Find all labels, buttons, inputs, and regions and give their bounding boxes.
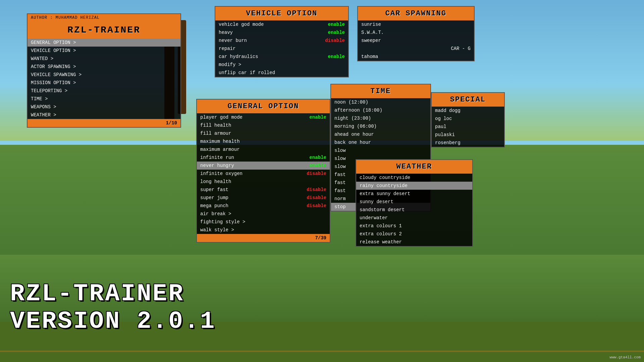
time-night[interactable]: night (23:00) <box>331 114 430 122</box>
general-god-mode[interactable]: player god mode enable <box>197 113 330 121</box>
general-fill-health[interactable]: fill health <box>197 121 330 129</box>
vehicle-repair[interactable]: repair <box>215 45 348 53</box>
weather-sunny[interactable]: sunny desert <box>356 198 472 206</box>
time-morning[interactable]: morning (06:00) <box>331 122 430 130</box>
car-g[interactable]: CAR - G <box>358 45 474 53</box>
general-infinite-run[interactable]: infinite run enable <box>197 154 330 162</box>
time-noon[interactable]: noon (12:00) <box>331 98 430 106</box>
main-menu-item-weather[interactable]: WEATHER > <box>28 111 180 119</box>
special-rosenberg[interactable]: rosenberg <box>432 139 504 147</box>
weather-extra-sunny[interactable]: extra sunny desert <box>356 190 472 198</box>
general-air-break[interactable]: air break > <box>197 210 330 218</box>
general-option-menu: GENERAL OPTION player god mode enable fi… <box>196 99 330 243</box>
car-spawn-title: CAR SPAWNING <box>358 7 474 20</box>
general-fighting-style[interactable]: fighting style > <box>197 218 330 226</box>
special-og-loc[interactable]: og loc <box>432 115 504 123</box>
menus-layer: AUTHOR : MUHAMMAD HERIZAL RZL-TRAINER GE… <box>0 0 644 362</box>
author-bar: AUTHOR : MUHAMMAD HERIZAL <box>28 14 180 21</box>
main-menu-item-vehicle[interactable]: VEHICLE OPTION > <box>28 47 180 55</box>
time-back[interactable]: back one hour <box>331 138 430 146</box>
general-long-health[interactable]: long health <box>197 178 330 186</box>
weather-extra-colours-2[interactable]: extra colours 2 <box>356 230 472 238</box>
weather-rainy[interactable]: rainy countryside <box>356 182 472 190</box>
vehicle-menu-title: VEHICLE OPTION <box>215 7 348 20</box>
vehicle-modify[interactable]: modify > <box>215 61 348 69</box>
vehicle-option-menu: VEHICLE OPTION vehicle god mode enable h… <box>215 6 349 77</box>
car-sunrise[interactable]: sunrise <box>358 20 474 28</box>
special-madd-dogg[interactable]: madd dogg <box>432 107 504 115</box>
car-spawn-menu: CAR SPAWNING sunrise S.W.A.T. sweeper CA… <box>357 6 475 61</box>
weather-extra-colours-1[interactable]: extra colours 1 <box>356 222 472 230</box>
main-menu-item-general[interactable]: GENERAL OPTION > <box>28 39 180 47</box>
main-menu: AUTHOR : MUHAMMAD HERIZAL RZL-TRAINER GE… <box>27 13 181 128</box>
special-menu-title: SPECIAL <box>432 93 504 107</box>
vehicle-unflip[interactable]: unflip car if rolled <box>215 69 348 77</box>
general-fill-armour[interactable]: fill armour <box>197 129 330 137</box>
general-menu-title: GENERAL OPTION <box>197 100 330 113</box>
general-infinite-oxygen[interactable]: infinite oxygen disable <box>197 170 330 178</box>
special-paul[interactable]: paul <box>432 123 504 131</box>
weather-release[interactable]: release weather <box>356 238 472 246</box>
time-ahead[interactable]: ahead one hour <box>331 130 430 138</box>
weather-underwater[interactable]: underwater <box>356 214 472 222</box>
car-tahoma[interactable]: tahoma <box>358 53 474 61</box>
vehicle-hydraulics[interactable]: car hydraulics enable <box>215 53 348 61</box>
general-max-armour[interactable]: maximum armour <box>197 145 330 154</box>
weather-cloudy[interactable]: cloudy countryside <box>356 174 472 182</box>
weather-sandstorm[interactable]: sandstorm desert <box>356 206 472 214</box>
general-mega-punch[interactable]: mega punch disable <box>197 202 330 210</box>
general-menu-page: 7/39 <box>197 234 330 242</box>
vehicle-god-mode[interactable]: vehicle god mode enable <box>215 20 348 28</box>
car-swat[interactable]: S.W.A.T. <box>358 28 474 37</box>
time-menu-title: TIME <box>331 84 430 98</box>
general-walk-style[interactable]: walk style > <box>197 226 330 234</box>
general-max-health[interactable]: maximum health <box>197 137 330 145</box>
main-menu-item-actor[interactable]: ACTOR SPAWNING > <box>28 63 180 71</box>
time-slow1[interactable]: slow <box>331 146 430 155</box>
main-menu-item-vehicle-spawn[interactable]: VEHICLE SPAWNING > <box>28 71 180 79</box>
weather-menu: WEATHER cloudy countryside rainy country… <box>356 159 473 247</box>
time-afternoon[interactable]: afternoon (18:00) <box>331 106 430 114</box>
main-menu-title: RZL-TRAINER <box>28 21 180 39</box>
vehicle-never-burn[interactable]: never burn disable <box>215 37 348 45</box>
general-super-fast[interactable]: super fast disable <box>197 186 330 194</box>
main-menu-item-weapons[interactable]: WEAPONS > <box>28 103 180 111</box>
watermark: www.gta4ll.com <box>610 355 641 359</box>
main-menu-item-teleport[interactable]: TELEPORTING > <box>28 87 180 95</box>
main-menu-item-wanted[interactable]: WANTED > <box>28 55 180 63</box>
main-menu-item-time[interactable]: TIME > <box>28 95 180 103</box>
vehicle-heavy[interactable]: heavy enable <box>215 28 348 37</box>
car-sweeper[interactable]: sweeper <box>358 37 474 45</box>
general-super-jump[interactable]: super jump disable <box>197 194 330 202</box>
main-menu-item-mission[interactable]: MISSION OPTION > <box>28 79 180 87</box>
special-menu: SPECIAL madd dogg og loc paul pulaski ro… <box>431 92 505 147</box>
weather-menu-title: WEATHER <box>356 160 472 174</box>
main-menu-page: 1/10 <box>28 119 180 127</box>
special-pulaski[interactable]: pulaski <box>432 131 504 139</box>
general-never-hungry[interactable]: never hungry enable <box>197 162 330 170</box>
